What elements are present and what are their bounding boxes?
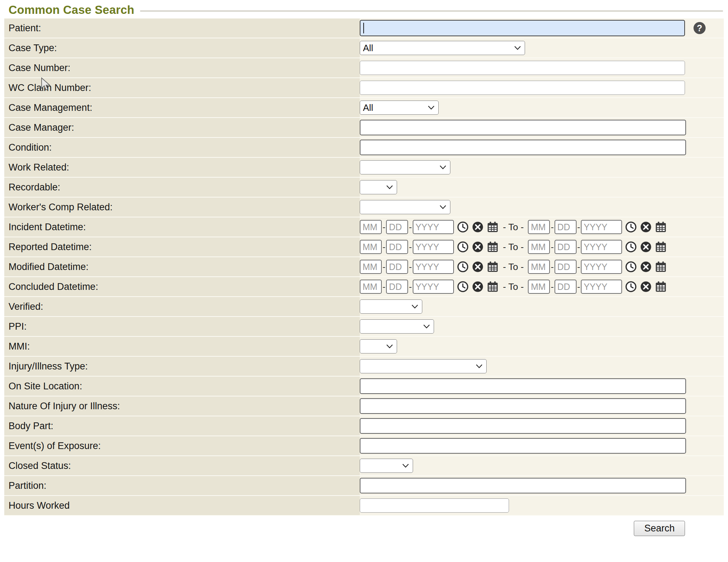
reported-datetime-to-year-input[interactable] [581,240,622,254]
clock-icon[interactable] [625,281,637,293]
body-part-input[interactable] [360,418,686,434]
wc-claim-number-input[interactable] [360,81,685,95]
search-button[interactable]: Search [634,521,685,536]
clear-icon[interactable] [640,261,652,273]
date-range-to-label: - To - [503,261,524,272]
clear-icon[interactable] [640,221,652,233]
concluded-datetime-label: Concluded Datetime: [4,277,360,296]
date-part-separator: - [382,222,385,232]
modified-datetime-from-day-input[interactable] [386,260,408,274]
mmi-select[interactable] [360,339,397,353]
calendar-icon[interactable] [655,241,667,253]
incident-datetime-from-month-input[interactable] [360,220,382,234]
incident-datetime-to-year-input[interactable] [581,220,622,234]
calendar-icon[interactable] [487,221,499,233]
clock-icon[interactable] [457,281,469,293]
reported-datetime-to-month-input[interactable] [528,240,550,254]
case-management-select[interactable]: All [360,101,439,115]
events-of-exposure-input[interactable] [360,438,686,454]
concluded-datetime-to-date-group: -- [528,280,667,294]
row-case-type: Case Type:All [4,38,724,58]
clock-icon[interactable] [457,261,469,273]
concluded-datetime-from-day-input[interactable] [386,280,408,294]
concluded-datetime-from-year-input[interactable] [413,280,454,294]
case-management-label: Case Management: [4,98,360,117]
recordable-select[interactable] [360,180,397,194]
injury-illness-type-input-cell [360,357,724,376]
row-reported-datetime: Reported Datetime:--- To --- [4,237,724,257]
work-related-label: Work Related: [4,158,360,177]
reported-datetime-to-day-input[interactable] [555,240,577,254]
incident-datetime-to-day-input[interactable] [555,220,577,234]
nature-of-injury-input[interactable] [360,398,686,414]
ppi-label: PPI: [4,317,360,336]
partition-input-wrap [360,478,686,493]
body-part-input-cell [360,416,724,436]
clear-icon[interactable] [640,241,652,253]
modified-datetime-input-cell: --- To --- [360,257,724,276]
calendar-icon[interactable] [487,261,499,273]
row-case-manager: Case Manager: [4,118,724,138]
incident-datetime-to-month-input[interactable] [528,220,550,234]
concluded-datetime-to-year-input[interactable] [581,280,622,294]
calendar-icon[interactable] [655,261,667,273]
incident-datetime-from-year-input[interactable] [413,220,454,234]
patient-input[interactable] [360,20,685,36]
concluded-datetime-to-month-input[interactable] [528,280,550,294]
concluded-datetime-from-month-input[interactable] [360,280,382,294]
clock-icon[interactable] [457,221,469,233]
verified-select[interactable] [360,299,422,314]
condition-input[interactable] [360,140,686,155]
injury-illness-type-label: Injury/Illness Type: [4,357,360,376]
concluded-datetime-to-day-input[interactable] [555,280,577,294]
case-number-input-cell [360,58,724,77]
clear-icon[interactable] [472,281,484,293]
modified-datetime-to-date-group: -- [528,260,667,274]
case-manager-input[interactable] [360,120,686,135]
clear-icon[interactable] [472,221,484,233]
workers-comp-related-select[interactable] [360,200,450,214]
clock-icon[interactable] [625,241,637,253]
condition-label: Condition: [4,138,360,157]
clock-icon[interactable] [625,221,637,233]
modified-datetime-to-year-input[interactable] [581,260,622,274]
date-part-separator: - [409,242,412,252]
date-part-separator: - [551,222,553,232]
reported-datetime-from-year-input[interactable] [413,240,454,254]
events-of-exposure-input-cell [360,436,724,455]
text-caret [363,23,364,33]
calendar-icon[interactable] [487,281,499,293]
nature-of-injury-input-cell [360,396,724,416]
incident-datetime-to-date-group: -- [528,220,667,234]
modified-datetime-to-day-input[interactable] [555,260,577,274]
work-related-select[interactable] [360,160,450,174]
injury-illness-type-select[interactable] [360,359,487,373]
clear-icon[interactable] [640,281,652,293]
modified-datetime-to-month-input[interactable] [528,260,550,274]
incident-datetime-label: Incident Datetime: [4,217,360,237]
date-part-separator: - [409,262,412,272]
closed-status-select[interactable] [360,459,413,473]
ppi-select[interactable] [360,319,434,334]
partition-input-cell [360,476,724,495]
case-type-select[interactable]: All [360,41,525,55]
closed-status-label: Closed Status: [4,456,360,475]
calendar-icon[interactable] [655,281,667,293]
partition-input[interactable] [360,478,686,493]
incident-datetime-from-day-input[interactable] [386,220,408,234]
case-number-input[interactable] [360,61,685,75]
calendar-icon[interactable] [487,241,499,253]
on-site-location-input[interactable] [360,378,686,394]
reported-datetime-from-day-input[interactable] [386,240,408,254]
help-icon[interactable]: ? [694,22,706,34]
clear-icon[interactable] [472,241,484,253]
clock-icon[interactable] [457,241,469,253]
modified-datetime-from-month-input[interactable] [360,260,382,274]
hours-worked-input[interactable] [360,498,509,513]
clear-icon[interactable] [472,261,484,273]
calendar-icon[interactable] [655,221,667,233]
reported-datetime-from-month-input[interactable] [360,240,382,254]
clock-icon[interactable] [625,261,637,273]
ppi-select-wrap [360,319,434,334]
modified-datetime-from-year-input[interactable] [413,260,454,274]
